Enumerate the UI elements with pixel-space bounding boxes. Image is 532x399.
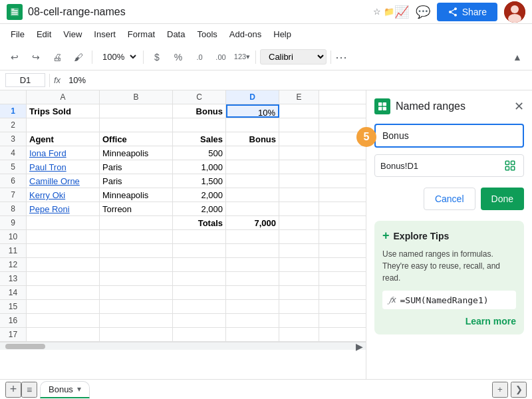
col-header-a[interactable]: A [27, 90, 100, 104]
cell-d7[interactable] [226, 188, 279, 201]
range-name-input[interactable] [374, 124, 524, 148]
percent-button[interactable]: % [169, 48, 188, 66]
folder-icon[interactable]: 📁 [384, 7, 394, 17]
format-button[interactable]: 123▾ [233, 48, 251, 66]
col-header-d[interactable]: D [226, 90, 279, 104]
sep1 [92, 51, 92, 64]
cell-c1[interactable]: Bonus [173, 104, 226, 118]
cell-name-box[interactable] [5, 73, 45, 87]
h-scrollbar-thumb[interactable] [5, 344, 45, 349]
col-header-e[interactable]: E [279, 90, 319, 104]
cell-c2[interactable] [173, 118, 226, 132]
menu-data[interactable]: Data [162, 27, 190, 42]
paint-format-button[interactable]: 🖌 [69, 48, 88, 66]
cell-c8[interactable]: 2,000 [173, 202, 226, 215]
cell-b7[interactable]: Minneapolis [100, 188, 173, 201]
cell-b4[interactable]: Minneapolis [100, 146, 173, 160]
cell-a9[interactable] [27, 216, 100, 229]
col-header-c[interactable]: C [173, 90, 226, 104]
cell-e6[interactable] [279, 174, 319, 188]
menu-insert[interactable]: Insert [88, 27, 121, 42]
learn-more-link[interactable]: Learn more [382, 316, 516, 327]
cell-e4[interactable] [279, 146, 319, 160]
cell-a4[interactable]: Iona Ford [27, 146, 100, 160]
analytics-icon[interactable]: 📈 [394, 5, 409, 19]
cell-d4[interactable] [226, 146, 279, 160]
range-select-icon[interactable] [502, 158, 518, 174]
menu-edit[interactable]: Edit [31, 27, 57, 42]
cell-e3[interactable] [279, 132, 319, 146]
cell-c4[interactable]: 500 [173, 146, 226, 160]
cell-b9[interactable] [100, 216, 173, 229]
cell-a8[interactable]: Pepe Roni [27, 202, 100, 215]
cell-e7[interactable] [279, 188, 319, 201]
cell-d3[interactable]: Bonus [226, 132, 279, 146]
cell-b1[interactable] [100, 104, 173, 118]
cell-d8[interactable] [226, 202, 279, 215]
cell-e5[interactable] [279, 160, 319, 174]
menu-help[interactable]: Help [268, 27, 297, 42]
collapse-toolbar-button[interactable]: ▲ [508, 48, 527, 66]
zoom-select[interactable]: 100% [96, 49, 139, 65]
cell-a7[interactable]: Kerry Oki [27, 188, 100, 201]
sheet-tab-dropdown-icon[interactable]: ▾ [77, 384, 81, 394]
undo-button[interactable]: ↩ [5, 48, 24, 66]
menu-tools[interactable]: Tools [192, 27, 222, 42]
range-reference-input[interactable] [380, 161, 502, 171]
panel-close-button[interactable]: ✕ [514, 99, 524, 114]
cell-d1[interactable]: 10% [226, 104, 279, 118]
cell-b2[interactable] [100, 118, 173, 132]
cell-a2[interactable] [27, 118, 100, 132]
cell-b6[interactable]: Paris [100, 174, 173, 188]
menu-format[interactable]: Format [122, 27, 160, 42]
cell-b5[interactable]: Paris [100, 160, 173, 174]
menu-file[interactable]: File [5, 27, 30, 42]
cell-d5[interactable] [226, 160, 279, 174]
cell-b3[interactable]: Office [100, 132, 173, 146]
menu-view[interactable]: View [58, 27, 87, 42]
avatar[interactable] [504, 1, 525, 23]
cell-c9[interactable]: Totals [173, 216, 226, 229]
cell-c3[interactable]: Sales [173, 132, 226, 146]
share-button[interactable]: Share [437, 3, 497, 21]
menu-addons[interactable]: Add-ons [224, 27, 267, 42]
row-num-5: 5 [0, 160, 27, 174]
cell-e9[interactable] [279, 216, 319, 229]
cell-c5[interactable]: 1,000 [173, 160, 226, 174]
explore-button[interactable]: + [492, 382, 508, 398]
chat-icon[interactable]: 💬 [416, 5, 430, 19]
cell-c6[interactable]: 1,500 [173, 174, 226, 188]
table-row: 9 Totals 7,000 [0, 216, 366, 230]
cell-e2[interactable] [279, 118, 319, 132]
cell-a1[interactable]: Trips Sold [27, 104, 100, 118]
more-options-button[interactable]: ⋯ [335, 50, 347, 65]
cell-e8[interactable] [279, 202, 319, 215]
cell-a5[interactable]: Paul Tron [27, 160, 100, 174]
cell-d6[interactable] [226, 174, 279, 188]
col-header-b[interactable]: B [100, 90, 173, 104]
print-button[interactable]: 🖨 [48, 48, 66, 66]
bonus-sheet-tab[interactable]: Bonus ▾ [40, 381, 90, 398]
cell-a3[interactable]: Agent [27, 132, 100, 146]
currency-button[interactable]: $ [148, 48, 166, 66]
h-scrollbar[interactable]: ▶ [0, 342, 366, 350]
star-icon[interactable]: ☆ [373, 7, 381, 17]
cell-e1[interactable] [279, 104, 319, 118]
font-select[interactable]: Calibri [260, 49, 327, 65]
cell-c7[interactable]: 2,000 [173, 188, 226, 201]
add-sheet-button[interactable]: + [5, 382, 21, 398]
cell-a6[interactable]: Camille Orne [27, 174, 100, 188]
cell-b8[interactable]: Torreon [100, 202, 173, 215]
cell-d9[interactable]: 7,000 [226, 216, 279, 229]
col-headers: A B C D E [0, 90, 366, 104]
decimal-increase-button[interactable]: .00 [211, 48, 230, 66]
done-button[interactable]: Done [481, 188, 524, 210]
cell-d2[interactable] [226, 118, 279, 132]
scroll-right-button[interactable]: ▶ [356, 341, 363, 352]
formula-input[interactable]: 10% [65, 74, 527, 86]
cancel-button[interactable]: Cancel [424, 188, 475, 210]
redo-button[interactable]: ↪ [27, 48, 45, 66]
decimal-decrease-button[interactable]: .0 [190, 48, 209, 66]
sheet-list-button[interactable]: ≡ [21, 382, 37, 398]
collapse-panel-button[interactable]: ❯ [511, 382, 527, 398]
